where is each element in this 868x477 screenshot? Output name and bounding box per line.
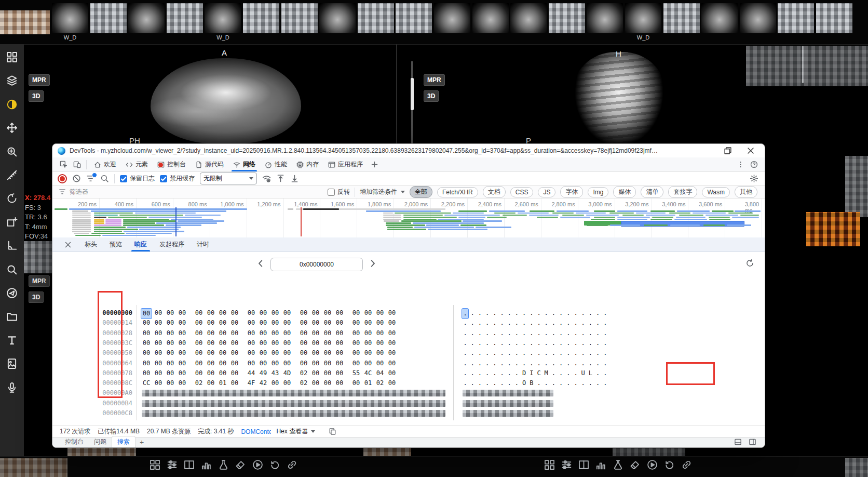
dock-right-icon[interactable] [749,438,756,446]
series-thumbnail[interactable] [128,3,165,33]
hex-byte[interactable]: 00 [322,308,333,318]
hex-byte[interactable]: 00 [386,338,398,348]
hex-byte[interactable]: 00 [386,348,398,358]
hex-byte[interactable]: 00 [217,338,228,348]
hex-ascii-char[interactable]: . [513,368,520,378]
hex-byte[interactable]: 00 [153,368,164,378]
hex-byte[interactable]: 00 [281,359,293,368]
hex-ascii-char[interactable]: B [528,378,535,388]
hex-ascii-char[interactable]: . [572,348,579,358]
hex-ascii-char[interactable]: . [594,338,602,348]
hex-ascii-char[interactable]: . [491,359,498,368]
hex-ascii-char[interactable]: . [484,368,491,378]
hex-byte[interactable]: 00 [257,359,269,368]
hex-ascii-char[interactable]: . [565,338,572,348]
hex-byte[interactable]: 00 [281,318,293,328]
hex-ascii-char[interactable]: . [542,338,550,348]
hex-ascii-char[interactable]: . [462,368,469,378]
histogram-icon[interactable] [595,459,606,470]
hex-byte[interactable]: 00 [153,308,164,318]
hex-byte[interactable]: CC [141,378,152,388]
filter-pill-Img[interactable]: Img [588,187,608,197]
series-thumbnail[interactable] [90,3,127,33]
close-response-panel-icon[interactable] [64,241,72,249]
hex-byte[interactable]: 00 [298,348,309,358]
network-conditions-icon[interactable] [262,174,271,183]
dock-bottom-icon[interactable] [734,438,742,446]
hex-ascii-char[interactable]: . [587,359,594,368]
series-stack-icon[interactable] [6,75,18,86]
hex-byte[interactable]: 00 [165,308,176,318]
hex-ascii-char[interactable]: . [565,378,572,388]
reset-loop-icon[interactable] [664,459,675,470]
hex-ascii-char[interactable]: . [579,348,587,358]
hex-byte[interactable]: 00 [193,338,205,348]
hex-ascii-char[interactable]: . [491,348,498,358]
adjust-sliders-icon[interactable] [167,459,178,470]
hex-byte[interactable]: 00 [205,338,216,348]
record-button[interactable] [58,174,67,183]
export-har-icon[interactable] [290,174,299,183]
hex-byte[interactable]: 02 [298,368,309,378]
hex-byte[interactable]: 00 [153,318,164,328]
filter-pill-字体[interactable]: 字体 [560,186,583,198]
hex-byte[interactable]: 00 [193,318,205,328]
hex-next-icon[interactable] [368,259,377,268]
hex-byte[interactable]: 00 [257,308,269,318]
hex-ascii-char[interactable]: . [602,378,609,388]
hex-byte[interactable]: 00 [246,318,257,328]
disable-cache-checkbox[interactable]: 禁用缓存 [160,174,195,183]
send-icon[interactable] [6,287,18,299]
hex-byte[interactable]: 00 [165,359,176,368]
filter-toggle-icon[interactable] [86,174,95,183]
hex-byte[interactable]: 00 [193,308,205,318]
hex-ascii-char[interactable]: . [476,359,483,368]
hex-ascii-char[interactable]: . [462,328,469,338]
eraser-icon[interactable] [630,459,641,470]
hex-ascii-char[interactable]: . [594,328,602,338]
response-tab-预览[interactable]: 预览 [104,237,127,251]
hex-byte[interactable]: 00 [165,318,176,328]
hex-byte[interactable]: 00 [257,338,269,348]
hex-byte[interactable]: 00 [334,368,345,378]
hex-byte[interactable]: 00 [246,328,257,338]
hex-byte[interactable]: 00 [334,328,345,338]
hex-byte[interactable]: 00 [229,368,240,378]
hex-ascii-char[interactable]: . [602,338,609,348]
hex-byte[interactable]: 00 [177,348,188,358]
hex-ascii-char[interactable]: . [528,318,535,328]
microphone-icon[interactable] [6,382,18,393]
hex-ascii-char[interactable]: . [550,308,557,318]
hex-byte[interactable]: 00 [362,359,374,368]
hex-byte[interactable]: 00 [141,348,152,358]
mpr-button[interactable]: MPR [29,74,50,86]
hex-byte[interactable]: 00 [350,359,362,368]
hex-ascii-char[interactable]: . [462,318,469,328]
filter-pill-清单[interactable]: 清单 [641,186,663,198]
hex-ascii-char[interactable]: . [498,359,506,368]
network-overview-timeline[interactable]: 200 ms400 ms600 ms800 ms1,000 ms1,200 ms… [52,198,765,238]
hex-ascii-char[interactable]: . [476,308,483,318]
more-tabs-icon[interactable] [369,160,380,170]
hex-byte[interactable]: 00 [193,359,205,368]
filter-pill-CSS[interactable]: CSS [510,187,534,197]
hex-ascii-char[interactable]: . [476,328,483,338]
window-restore-icon[interactable] [723,146,733,155]
hex-ascii-char[interactable]: . [550,328,557,338]
hex-byte[interactable]: 00 [141,368,152,378]
3d-button[interactable]: 3D [29,90,44,102]
filter-pill-JS[interactable]: JS [538,187,555,197]
hex-ascii-char[interactable]: O [521,378,528,388]
zoom-in-icon[interactable] [6,146,18,157]
hex-ascii-char[interactable]: . [469,378,476,388]
hex-byte[interactable]: 00 [322,378,333,388]
hex-ascii-char[interactable]: . [462,348,469,358]
hex-byte[interactable]: 00 [298,328,309,338]
hex-ascii-char[interactable]: . [587,308,594,318]
hex-ascii-char[interactable]: . [550,318,557,328]
hex-byte[interactable]: 00 [269,338,281,348]
hex-ascii-char[interactable]: . [602,359,609,368]
clear-network-log-icon[interactable] [72,174,81,183]
hex-byte[interactable]: 00 [205,318,216,328]
hex-ascii-char[interactable]: . [572,308,579,318]
